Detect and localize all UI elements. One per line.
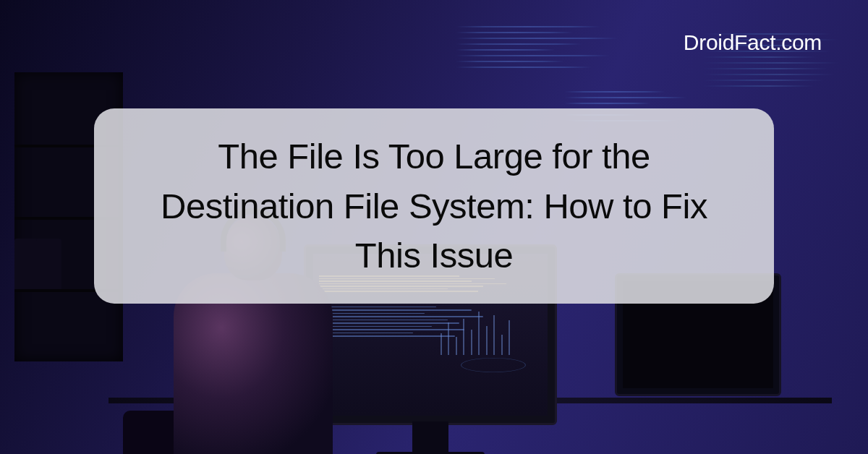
- brand-watermark: DroidFact.com: [684, 30, 822, 55]
- title-card: The File Is Too Large for the Destinatio…: [94, 108, 774, 304]
- article-title: The File Is Too Large for the Destinatio…: [130, 132, 738, 280]
- monitor-stand: [412, 421, 448, 454]
